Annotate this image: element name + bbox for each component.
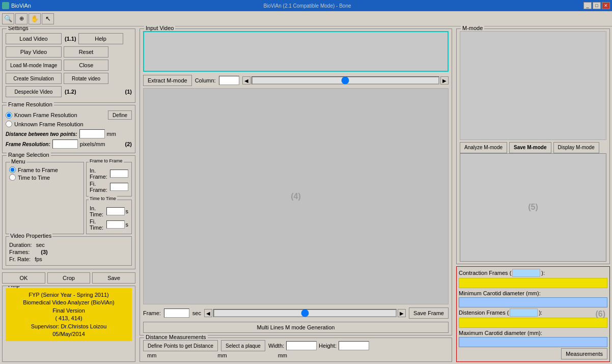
dist-mm2: mm (187, 352, 227, 358)
center-panel: Input Video Extract M-mode Column: ◀ ▶ (… (137, 26, 454, 364)
min-carotid-bar (459, 297, 607, 307)
cursor-button[interactable]: ↖ (42, 13, 54, 24)
time-to-time-radio[interactable] (9, 174, 16, 181)
load-video-button[interactable]: Load Video (6, 33, 62, 44)
video-props-box: Video Properties Duration: sec Frames: (… (6, 236, 132, 266)
yellow-bar-bottom (459, 318, 607, 328)
frame-to-frame-box-label: Frame to Frame (89, 158, 124, 163)
video-props-label: Video Properties (9, 233, 52, 239)
zoom-in-button[interactable]: ⊕ (15, 13, 27, 24)
width-height-row: Width: Height: (268, 341, 369, 350)
time-to-time-box-label: Time to Time (89, 196, 117, 201)
mmode-lower-area: (5) (460, 153, 606, 262)
pan-button[interactable]: ✋ (29, 13, 41, 24)
save-mmode-button[interactable]: Save M-mode (509, 142, 551, 153)
help-line5: Supervisor: Dr.Christos Loizou (9, 323, 129, 330)
distance-row: Define Points to get Distance Select a p… (143, 340, 449, 351)
contraction-frames-input[interactable] (512, 269, 540, 277)
column-input[interactable] (219, 76, 239, 85)
display-mmode-button[interactable]: Display M-mode (553, 142, 599, 153)
analyze-mmode-button[interactable]: Analyze M-mode (460, 142, 507, 153)
window-subtitle: BioViAn (2.1 Compatible Mode) - Bone (263, 3, 351, 9)
max-carotid-row: Maximum Carotid diameter (mm): (459, 330, 607, 336)
column-slider-track[interactable] (252, 76, 439, 85)
distance-unit: mm (107, 131, 116, 137)
input-video-label: Input Video (144, 25, 175, 31)
crop-button[interactable]: Crop (47, 272, 91, 284)
frame-slider-track[interactable] (213, 309, 397, 317)
measurements-button[interactable]: Measurements (561, 348, 607, 359)
frame-to-frame-radio[interactable] (9, 166, 16, 173)
frame-number-input[interactable] (164, 309, 189, 318)
reset-button[interactable]: Reset (64, 46, 108, 58)
help-group: Help FYP (Senior Year - Spring 2011) Bio… (2, 286, 135, 362)
distance-input[interactable] (79, 129, 105, 138)
slider-right-arrow[interactable]: ▶ (440, 76, 449, 85)
frame-to-frame-box: Frame to Frame In. Frame: Fi. Frame: (86, 162, 132, 197)
badge-1: (1) (125, 89, 132, 95)
distension-frames-row: Distension Frames ( ): (459, 309, 607, 317)
right-panel: M-mode Analyze M-mode Save M-mode Displa… (454, 26, 612, 364)
dist-mm3: mm (258, 352, 287, 358)
extract-mmode-button[interactable]: Extract M-mode (143, 75, 192, 86)
frame-slider-right[interactable]: ▶ (398, 309, 406, 317)
close-button[interactable]: ✕ (602, 2, 610, 9)
range-selection-group: Range Selection Menu Frame to Frame Time… (2, 155, 135, 269)
resolution-input[interactable] (52, 139, 78, 149)
settings-label: Settings (7, 26, 30, 31)
time-to-time-radio-label: Time to Time (18, 175, 50, 181)
contraction-frames-close: ): (541, 270, 545, 276)
despeckle-button[interactable]: Despeckle Video (6, 86, 62, 97)
help-button[interactable]: Help (78, 33, 123, 44)
menu-label: Menu (10, 158, 26, 164)
slider-left-arrow[interactable]: ◀ (242, 76, 251, 85)
column-slider-container: ◀ ▶ (242, 76, 449, 85)
maximize-button[interactable]: □ (593, 2, 601, 9)
frame-slider-left[interactable]: ◀ (204, 309, 212, 317)
select-plaque-button[interactable]: Select a plaque (221, 340, 265, 351)
load-mmode-button[interactable]: Load M-mode Image (6, 60, 62, 71)
settings-group: Settings Load Video (1.1) Help Play Vide… (2, 29, 135, 103)
fi-time-unit: s (126, 221, 129, 228)
column-slider[interactable] (252, 77, 439, 84)
dist-mm1: mm (145, 352, 156, 358)
define-button[interactable]: Define (108, 110, 132, 120)
width-label: Width: (268, 343, 284, 349)
define-points-button[interactable]: Define Points to get Distance (143, 340, 218, 351)
in-time-input[interactable] (106, 207, 125, 215)
app-icon (2, 2, 9, 9)
zoom-out-button[interactable]: 🔍 (2, 13, 14, 24)
multi-lines-button[interactable]: Multi Lines M mode Generation (143, 322, 449, 333)
unknown-frame-label: Unknown Frame Resolution (14, 121, 84, 127)
frame-slider-container: ◀ ▶ (204, 309, 406, 317)
close-button-settings[interactable]: Close (64, 60, 108, 71)
yellow-bar-top (459, 278, 607, 288)
resolution-label: Frame Resolution: (6, 142, 50, 147)
fi-frame-label: Fi. Frame: (90, 181, 109, 193)
create-sim-button[interactable]: Create Simulation (6, 73, 62, 84)
rotate-button[interactable]: Rotate video (64, 73, 108, 84)
play-video-button[interactable]: Play Video (6, 46, 62, 58)
save-button[interactable]: Save (92, 272, 135, 284)
in-frame-label: In. Frame: (90, 167, 109, 180)
unknown-frame-radio[interactable] (6, 121, 12, 127)
measurements-row: Measurements (459, 348, 607, 359)
in-frame-input[interactable] (110, 170, 128, 178)
frame-slider[interactable] (214, 310, 396, 317)
distension-frames-label: Distension Frames ( (459, 310, 509, 316)
known-frame-radio[interactable] (6, 112, 12, 119)
distension-frames-input[interactable] (510, 309, 538, 317)
width-input[interactable] (286, 341, 317, 350)
menu-box: Menu Frame to Frame Time to Time (6, 162, 84, 234)
save-frame-button[interactable]: Save Frame (409, 307, 449, 319)
bottom-buttons: OK Crop Save (2, 272, 135, 284)
frame-nav-label: Frame: (143, 310, 161, 316)
input-video-group: Input Video Extract M-mode Column: ◀ ▶ (… (140, 29, 452, 335)
ok-button[interactable]: OK (2, 272, 45, 284)
minimize-button[interactable]: _ (583, 2, 592, 9)
height-input[interactable] (339, 341, 369, 350)
badge-2: (2) (125, 141, 132, 147)
title-bar: BioViAn BioViAn (2.1 Compatible Mode) - … (0, 0, 612, 11)
fi-time-input[interactable] (106, 220, 125, 229)
fi-frame-input[interactable] (110, 183, 128, 191)
